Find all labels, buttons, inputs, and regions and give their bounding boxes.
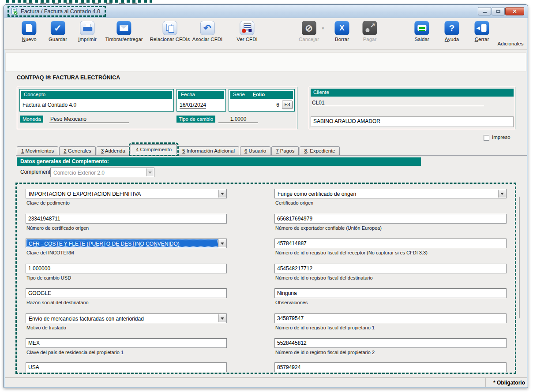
toolbar-ayuda[interactable]: ?Ayuda: [445, 21, 459, 42]
toolbar-cancelar: ⊘▼Cancelar: [299, 21, 319, 42]
input-n-mero-de-id-o-registro-fiscal-del-propietario-1[interactable]: 345879547: [274, 314, 507, 323]
tab-generales[interactable]: 2 Generales: [59, 146, 96, 155]
maximize-icon: [496, 10, 500, 13]
toolbar-nuevo[interactable]: Nuevo: [22, 21, 36, 42]
toolbar-label: Imprimir: [78, 37, 97, 42]
impreso-label: Impreso: [492, 134, 510, 140]
tab-movimientos[interactable]: 1 Movimientos: [17, 146, 58, 155]
field-label: Motivo de traslado: [26, 325, 66, 330]
status-divider: [5, 377, 527, 378]
concepto-header: Concepto: [21, 91, 172, 99]
input-tipo-de-cambio-usd[interactable]: 1.000000: [26, 264, 227, 273]
field-label: Número de id o registro fiscal del recep…: [275, 250, 428, 255]
toolbar-timbrar-entregar[interactable]: Timbrar/entregar: [105, 21, 143, 42]
field-label: Número de id o registro fiscal del propi…: [275, 325, 375, 330]
select-clave-del-incoterm[interactable]: CFR - COSTE Y FLETE (PUERTO DE DESTINO C…: [26, 239, 227, 248]
serie-folio-box: Serie Folio 6 F3: [229, 89, 295, 112]
field-label: Número de id o registro fiscal del propi…: [275, 350, 375, 355]
toolbar-cerrar[interactable]: ◀Cerrar: [475, 21, 489, 42]
clipped-background-text: [26, 3, 137, 4]
folio-header: Folio: [253, 92, 265, 99]
toolbar-borrar[interactable]: XBorrar: [335, 21, 349, 42]
tipo-cambio-value[interactable]: 1.0000: [218, 116, 258, 123]
folio-f3-button[interactable]: F3: [282, 101, 293, 109]
moneda-value[interactable]: Peso Mexicano: [49, 116, 129, 123]
select-value: IMPORTACION O EXPORTACION DEFINITIVA: [26, 190, 218, 198]
input-usa[interactable]: USA: [26, 362, 227, 372]
chevron-down-icon[interactable]: [218, 314, 226, 322]
select-motivo-de-traslado[interactable]: Envío de mercancias facturadas con anter…: [26, 314, 227, 323]
tipo-cambio-chip: Tipo de cambio: [176, 116, 215, 123]
titlebar[interactable]: Factura / Factura al Contado 4.0 ✕: [4, 5, 528, 18]
tab-addenda[interactable]: 3 Addenda: [97, 146, 130, 155]
input-n-mero-de-id-o-registro-fiscal-del-receptor-no-capturar-si-es-cfdi-3-3[interactable]: 4578414887: [274, 239, 507, 248]
close-button[interactable]: ✕: [505, 7, 524, 15]
toolbar-guardar[interactable]: ✓Guardar: [49, 21, 67, 42]
toolbar-imprimir[interactable]: Imprimir: [78, 21, 97, 42]
input-clave-del-pa-s-de-residencia-del-propietario-1[interactable]: MEX: [26, 338, 227, 348]
cliente-code[interactable]: CL01: [312, 100, 484, 106]
chevron-down-icon[interactable]: [218, 190, 226, 198]
delete-x-icon: X: [335, 21, 349, 35]
field-label: Razón social del destinatario: [26, 300, 89, 305]
toolbar-ver-cfdi[interactable]: Ver CFDI: [236, 21, 257, 42]
chevron-down-icon[interactable]: [498, 190, 506, 198]
toolbar: Nuevo✓GuardarImprimirTimbrar/entregarRel…: [4, 19, 527, 50]
toolbar-label: Asociar CFDI: [192, 37, 222, 42]
field-label: Clave del INCOTERM: [26, 250, 74, 255]
toolbar-asociar-cfdi[interactable]: ↶Asociar CFDI: [192, 21, 222, 42]
app-icon: [11, 7, 18, 15]
scrollbar-track[interactable]: [519, 197, 520, 318]
input-n-mero-de-exportador-confiable-uni-n-europea[interactable]: 656817694979: [274, 214, 507, 224]
input-n-mero-de-certificado-origen[interactable]: 23341948711: [26, 214, 227, 224]
complemento-label: Complemento:: [20, 169, 55, 175]
input-observaciones[interactable]: Ninguna: [274, 288, 507, 298]
impreso-checkbox[interactable]: [484, 135, 489, 141]
toolbar-saldar[interactable]: Saldar: [414, 21, 429, 42]
chevron-down-icon[interactable]: ▼: [321, 26, 325, 30]
select-clave-de-pedimento[interactable]: IMPORTACION O EXPORTACION DEFINITIVA: [26, 189, 227, 198]
input-raz-n-social-del-destinatario[interactable]: GOOGLE: [26, 288, 227, 298]
concepto-value[interactable]: Factura al Contado 4.0: [20, 100, 173, 108]
input-n-mero-de-id-o-registro-fiscal-del-destinatario[interactable]: 454548217712: [274, 264, 507, 273]
chevron-down-icon[interactable]: [218, 239, 226, 247]
field-label: Número de certificado origen: [26, 225, 89, 231]
fecha-value[interactable]: 16/01/2024: [180, 102, 206, 108]
help-question-icon: ?: [445, 21, 459, 35]
status-separator: [485, 378, 486, 387]
tab-informaci-n-adicional[interactable]: 5 Información Adicional: [178, 146, 239, 155]
toolbar-label: Pagar: [363, 37, 377, 42]
save-check-icon: ✓: [51, 21, 65, 35]
complemento-combo: Comercio Exterior 2.0: [50, 168, 154, 177]
toolbar-relacionar-cfdis[interactable]: Relacionar CFDIs: [150, 21, 190, 42]
window-title: Factura / Factura al Contado 4.0: [21, 8, 100, 15]
related-documents-icon: [163, 21, 177, 35]
field-label: Clave de pedimento: [26, 200, 70, 205]
tab-expediente[interactable]: 8. Expediente: [300, 146, 339, 155]
tab-bar: 1 Movimientos2 Generales3 Addenda4 Compl…: [17, 144, 341, 156]
select-certificado-origen[interactable]: Funge como certificado de origen: [274, 189, 507, 198]
input-85794924[interactable]: 85794924: [274, 362, 507, 372]
printer-icon: [80, 21, 95, 35]
select-value: CFR - COSTE Y FLETE (PUERTO DE DESTINO C…: [26, 239, 218, 247]
tab-usuario[interactable]: 6 Usuario: [240, 146, 270, 155]
field-label: Clave del país de residencia del propiet…: [26, 350, 124, 355]
moneda-chip: Moneda: [20, 116, 43, 123]
cliente-name: SABINO ARAUJO AMADOR: [311, 116, 514, 127]
toolbar-adicionales[interactable]: Adicionales: [498, 41, 524, 46]
concepto-box: Concepto Factura al Contado 4.0: [19, 89, 174, 112]
cancel-slash-icon: ⊘: [301, 21, 316, 35]
input-n-mero-de-id-o-registro-fiscal-del-propietario-2[interactable]: 5528445812: [274, 338, 507, 348]
toolbar-label: Timbrar/entregar: [105, 37, 143, 42]
maximize-button[interactable]: [492, 7, 505, 15]
minimize-button[interactable]: [478, 7, 491, 15]
title-annotation: Factura / Factura al Contado 4.0: [8, 6, 106, 17]
tab-pagos[interactable]: 7 Pagos: [271, 146, 299, 155]
sub-toolbar-band: [5, 52, 526, 72]
window-controls: ✕: [478, 7, 524, 15]
fecha-box: Fecha 16/01/2024: [176, 89, 226, 112]
minimize-icon: [483, 12, 487, 13]
tab-complemento[interactable]: 4 Complemento: [131, 144, 177, 154]
complemento-combo-value: Comercio Exterior 2.0: [51, 168, 146, 176]
cliente-header: Cliente: [311, 89, 514, 97]
